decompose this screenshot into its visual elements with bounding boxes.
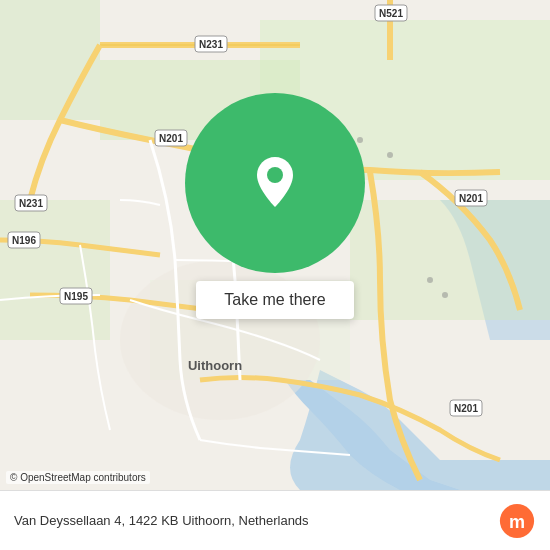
svg-text:N195: N195	[64, 291, 88, 302]
svg-text:N521: N521	[379, 8, 403, 19]
svg-text:m: m	[509, 511, 525, 531]
svg-text:Uithoorn: Uithoorn	[188, 358, 242, 373]
bottom-bar: Van Deyssellaan 4, 1422 KB Uithoorn, Net…	[0, 490, 550, 550]
address-label: Van Deyssellaan 4, 1422 KB Uithoorn, Net…	[14, 513, 309, 528]
moovit-logo: m	[498, 502, 536, 540]
take-me-there-button[interactable]: Take me there	[196, 281, 353, 319]
svg-point-27	[427, 277, 433, 283]
svg-text:N231: N231	[199, 39, 223, 50]
green-circle	[185, 93, 365, 273]
svg-text:N196: N196	[12, 235, 36, 246]
svg-point-26	[387, 152, 393, 158]
map-container: N231 N521 N201 N231 N196 N195 N201 N201 …	[0, 0, 550, 490]
svg-text:N201: N201	[459, 193, 483, 204]
svg-rect-4	[0, 200, 110, 340]
svg-text:N201: N201	[454, 403, 478, 414]
svg-point-28	[442, 292, 448, 298]
svg-text:N201: N201	[159, 133, 183, 144]
location-pin-icon	[247, 153, 303, 213]
navigation-popup: Take me there	[185, 93, 365, 319]
map-attribution: © OpenStreetMap contributors	[6, 471, 150, 484]
moovit-icon: m	[498, 502, 536, 540]
svg-point-29	[267, 167, 283, 183]
svg-text:N231: N231	[19, 198, 43, 209]
svg-rect-1	[0, 0, 100, 120]
